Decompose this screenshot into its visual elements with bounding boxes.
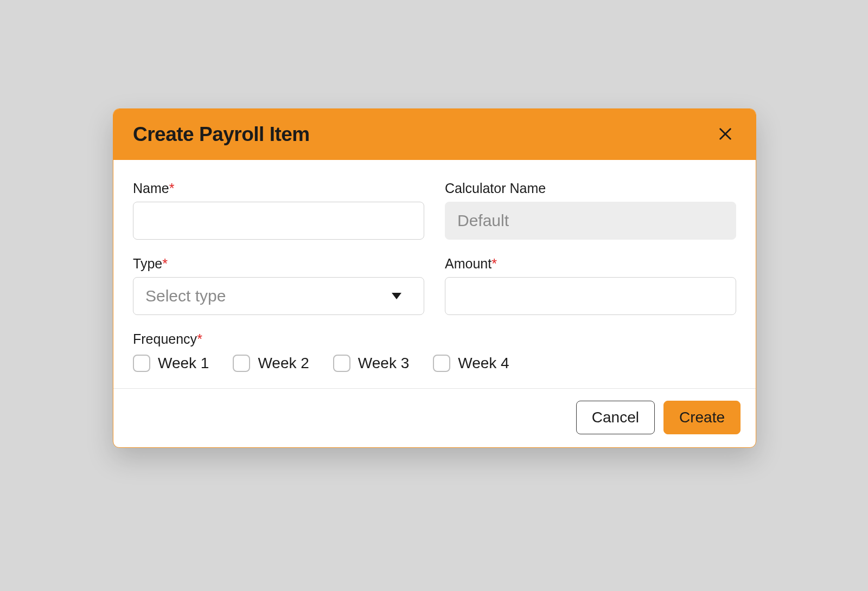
name-label-text: Name — [133, 181, 169, 196]
create-button[interactable]: Create — [663, 401, 741, 434]
create-payroll-item-modal: Create Payroll Item Name* Calculator Nam… — [113, 108, 756, 448]
close-icon — [718, 126, 733, 143]
modal-title: Create Payroll Item — [133, 123, 310, 146]
amount-group: Amount* — [445, 256, 736, 315]
checkbox-icon — [233, 355, 250, 372]
amount-label-text: Amount — [445, 256, 492, 271]
required-marker: * — [492, 256, 497, 271]
frequency-option-week4[interactable]: Week 4 — [433, 355, 509, 372]
form-row-2: Type* Select type Amount* — [133, 256, 736, 315]
form-row-1: Name* Calculator Name — [133, 181, 736, 240]
name-input[interactable] — [133, 202, 424, 240]
frequency-option-label: Week 1 — [158, 355, 209, 372]
type-label-text: Type — [133, 256, 162, 271]
frequency-options: Week 1 Week 2 Week 3 Week 4 — [133, 355, 736, 372]
type-group: Type* Select type — [133, 256, 424, 315]
calculator-input — [445, 202, 736, 240]
frequency-label-text: Frequency — [133, 331, 197, 346]
frequency-option-week1[interactable]: Week 1 — [133, 355, 209, 372]
frequency-option-week2[interactable]: Week 2 — [233, 355, 309, 372]
close-button[interactable] — [714, 124, 736, 145]
calculator-label: Calculator Name — [445, 181, 736, 196]
name-group: Name* — [133, 181, 424, 240]
modal-footer: Cancel Create — [113, 388, 756, 447]
checkbox-icon — [333, 355, 350, 372]
modal-body: Name* Calculator Name Type* Select type — [113, 160, 756, 388]
frequency-option-label: Week 3 — [358, 355, 409, 372]
frequency-label: Frequency* — [133, 331, 202, 346]
amount-input[interactable] — [445, 277, 736, 315]
calculator-group: Calculator Name — [445, 181, 736, 240]
frequency-group: Frequency* Week 1 Week 2 Week 3 Week 4 — [133, 331, 736, 372]
type-select[interactable]: Select type — [133, 277, 424, 315]
cancel-button[interactable]: Cancel — [576, 401, 655, 434]
required-marker: * — [197, 331, 202, 346]
amount-label: Amount* — [445, 256, 736, 272]
checkbox-icon — [133, 355, 150, 372]
type-label: Type* — [133, 256, 424, 272]
frequency-option-label: Week 2 — [258, 355, 309, 372]
checkbox-icon — [433, 355, 450, 372]
name-label: Name* — [133, 181, 424, 196]
modal-header: Create Payroll Item — [113, 109, 756, 160]
type-select-wrap: Select type — [133, 277, 424, 315]
required-marker: * — [169, 181, 175, 196]
required-marker: * — [162, 256, 168, 271]
frequency-option-week3[interactable]: Week 3 — [333, 355, 409, 372]
frequency-option-label: Week 4 — [458, 355, 509, 372]
